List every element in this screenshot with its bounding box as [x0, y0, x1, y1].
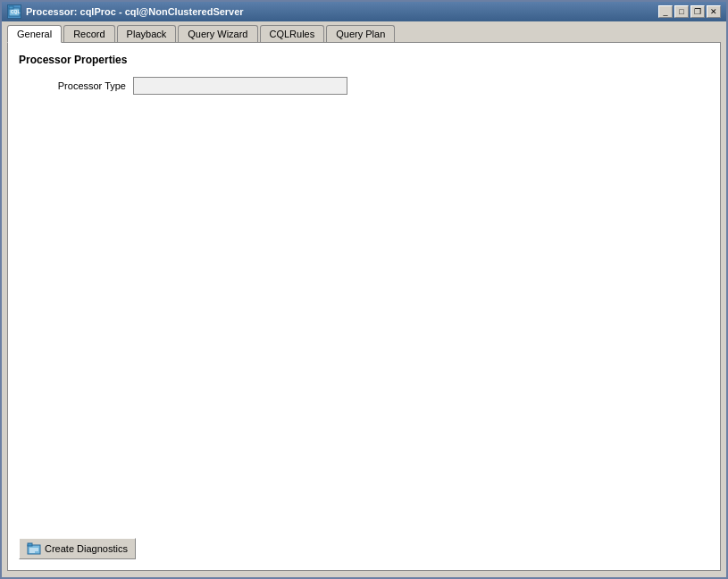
window-title: Processor: cqlProc - cql@NonClusteredSer…: [26, 6, 244, 17]
processor-type-label: Processor Type: [37, 80, 126, 91]
window-controls: _ □ ❐ ✕: [658, 5, 721, 18]
processor-type-row: Processor Type: [37, 77, 709, 95]
tab-record[interactable]: Record: [63, 25, 114, 43]
main-window: CQL Processor: cqlProc - cql@NonClustere…: [0, 0, 728, 579]
app-icon: CQL: [7, 4, 21, 19]
tab-general[interactable]: General: [7, 25, 62, 43]
maximize-button[interactable]: □: [674, 5, 689, 18]
processor-type-input[interactable]: [133, 77, 347, 95]
tab-query-plan[interactable]: Query Plan: [326, 25, 395, 43]
section-title: Processor Properties: [19, 54, 709, 66]
tab-cql-rules[interactable]: CQLRules: [260, 25, 325, 43]
title-bar: CQL Processor: cqlProc - cql@NonClustere…: [2, 2, 726, 21]
tabs-container: General Record Playback Query Wizard CQL…: [2, 21, 726, 43]
minimize-button[interactable]: _: [658, 5, 673, 18]
tab-playback[interactable]: Playback: [117, 25, 177, 43]
diagnostics-icon: [27, 541, 41, 556]
close-button[interactable]: ✕: [707, 5, 721, 18]
bottom-toolbar: Create Diagnostics: [19, 538, 136, 559]
svg-text:CQL: CQL: [11, 9, 21, 14]
svg-rect-4: [28, 543, 32, 546]
tab-query-wizard[interactable]: Query Wizard: [178, 25, 257, 43]
title-bar-left: CQL Processor: cqlProc - cql@NonClustere…: [7, 4, 244, 19]
create-diagnostics-button[interactable]: Create Diagnostics: [19, 538, 136, 559]
content-area: Processor Properties Processor Type Crea…: [7, 42, 721, 571]
restore-button[interactable]: ❐: [690, 5, 705, 18]
